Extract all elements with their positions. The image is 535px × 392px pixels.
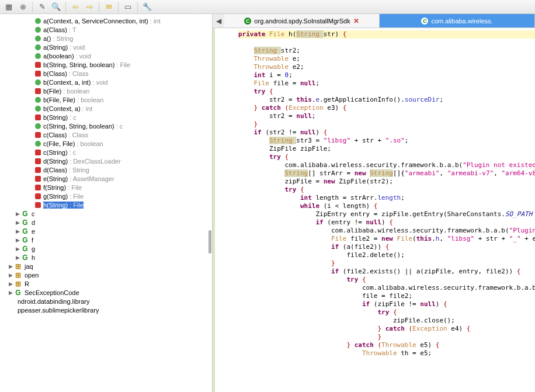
tab-soinstallmgrsdk[interactable]: C org.android.spdy.SoInstallMgrSdk ✕ <box>224 14 380 27</box>
return-type: : void <box>74 53 91 60</box>
item-label: jaq <box>25 263 33 270</box>
tree-item[interactable]: ▶b(String) : c <box>0 113 212 122</box>
tree-item[interactable]: ▶g(String) : File <box>0 192 212 200</box>
expand-icon[interactable]: ▶ <box>14 246 21 252</box>
item-label: b(Context, a, int) <box>43 79 91 86</box>
item-label: g(String) <box>43 193 68 200</box>
item-label: d(String) <box>43 158 68 165</box>
expand-icon[interactable]: ▶ <box>7 290 14 296</box>
method-priv-icon <box>35 167 41 173</box>
method-pub-icon <box>35 18 41 24</box>
item-label: c(String) <box>43 149 68 156</box>
tree-item[interactable]: ▶d(String) : DexClassLoader <box>0 157 212 165</box>
tree-item[interactable]: ▶⊞jaq <box>0 262 212 270</box>
tree-item[interactable]: ▶Gd <box>0 218 212 227</box>
return-type: : AssetManager <box>68 175 114 182</box>
return-type: : void <box>91 79 107 86</box>
return-type: : c <box>68 114 77 121</box>
tree-item[interactable]: ▶b(String, String, boolean) : File <box>0 60 212 69</box>
tree-item[interactable]: ▶a(Class) : T <box>0 25 212 34</box>
close-icon[interactable]: ✕ <box>353 17 359 25</box>
tree-item[interactable]: ▶c(Class) : Class <box>0 130 212 139</box>
tree-item[interactable]: ▶f(String) : File <box>0 183 212 192</box>
toolbar-btn-search[interactable]: 🔍 <box>50 1 62 13</box>
tree-item[interactable]: ▶e(String) : AssetManager <box>0 174 212 183</box>
item-label: b(File, File) <box>43 96 75 103</box>
method-priv-icon <box>35 132 41 138</box>
tree-item[interactable]: ▶c(File, File) : boolean <box>0 139 212 148</box>
class-g-icon: G <box>21 254 29 262</box>
tree-item[interactable]: ▶ppeaser.sublimepickerlibrary <box>0 306 212 314</box>
tree-item[interactable]: ▶b(Class) : Class <box>0 69 212 78</box>
toolbar-btn-window[interactable]: ▭ <box>121 1 134 13</box>
toolbar-btn-mail[interactable]: ✉ <box>102 1 115 13</box>
tree-item[interactable]: ▶a(String) : void <box>0 43 212 51</box>
expand-icon[interactable]: ▶ <box>7 263 14 269</box>
expand-icon[interactable]: ▶ <box>14 255 21 261</box>
item-label: a(Class) <box>43 26 67 33</box>
expand-icon[interactable]: ▶ <box>14 237 21 243</box>
tree-item[interactable]: ▶⊞R <box>0 279 212 288</box>
tree-item[interactable]: ▶c(String) : c <box>0 148 212 157</box>
toolbar-btn-highlight[interactable]: ✎ <box>36 1 48 13</box>
method-pub-icon <box>35 106 41 112</box>
tab-nav-back[interactable]: ◀ <box>213 14 224 27</box>
tree-item[interactable]: ▶h(String) : File <box>0 200 212 209</box>
tab-label: org.android.spdy.SoInstallMgrSdk <box>254 18 350 25</box>
tree-item[interactable]: ▶c(String, String, boolean) : c <box>0 122 212 130</box>
item-label: e(String) <box>43 175 68 182</box>
method-priv-icon <box>35 115 41 120</box>
toolbar-btn-2[interactable]: ⊕ <box>16 1 29 13</box>
expand-icon[interactable]: ▶ <box>7 272 14 278</box>
method-pub-icon <box>35 79 41 85</box>
tree-item[interactable]: ▶a(boolean) : void <box>0 51 212 60</box>
package-icon: ⊞ <box>14 280 22 288</box>
return-type: : boolean <box>61 88 89 95</box>
expand-icon[interactable]: ▶ <box>7 281 14 287</box>
toolbar-btn-back[interactable]: ⇦ <box>69 1 82 13</box>
tree-item[interactable]: ▶b(Context, a, int) : void <box>0 78 212 86</box>
item-label: b(File) <box>43 88 61 95</box>
item-label: d <box>32 219 35 226</box>
method-priv-icon <box>35 62 41 68</box>
tree-item[interactable]: ▶GSecExceptionCode <box>0 288 212 297</box>
tab-alibaba-wireless[interactable]: C com.alibaba.wireless. <box>380 14 535 27</box>
item-label: c(String, String, boolean) <box>43 123 114 130</box>
return-type: : File <box>66 184 82 191</box>
none-icon <box>7 297 15 306</box>
tree-item[interactable]: ▶Gf <box>0 235 212 244</box>
code-editor[interactable]: private File h(String str) { String str2… <box>213 28 535 392</box>
return-type: : boolean <box>75 96 103 103</box>
method-priv-icon <box>35 185 41 190</box>
item-label: R <box>25 280 29 287</box>
expand-icon[interactable]: ▶ <box>14 220 21 226</box>
expand-icon[interactable]: ▶ <box>14 228 21 234</box>
item-label: a(String) <box>43 44 68 51</box>
tree-item[interactable]: ▶Gc <box>0 209 212 218</box>
return-type: : File <box>68 202 84 209</box>
method-pub-icon <box>35 53 41 59</box>
method-priv-icon <box>35 88 41 94</box>
tree-item[interactable]: ▶b(File) : boolean <box>0 86 212 95</box>
return-type: : String <box>51 35 73 42</box>
toolbar-btn-wrench[interactable]: 🔧 <box>141 1 154 13</box>
tree-item[interactable]: ▶d(Class) : String <box>0 165 212 174</box>
tree-item[interactable]: ▶b(File, File) : boolean <box>0 95 212 104</box>
outline-tree[interactable]: ▶a(Context, a, ServiceConnection, int) :… <box>0 14 213 392</box>
class-icon: C <box>244 18 251 25</box>
tree-item[interactable]: ▶Ge <box>0 227 212 235</box>
toolbar-btn-1[interactable]: ▦ <box>2 1 15 13</box>
tree-item[interactable]: ▶Gg <box>0 244 212 253</box>
scrollbar-thumb[interactable] <box>209 230 211 254</box>
tree-item[interactable]: ▶b(Context, a) : int <box>0 104 212 113</box>
tree-item[interactable]: ▶⊞open <box>0 270 212 279</box>
tree-item[interactable]: ▶ndroid.databinding.library <box>0 297 212 306</box>
tree-item[interactable]: ▶a(Context, a, ServiceConnection, int) :… <box>0 16 212 25</box>
item-label: ppeaser.sublimepickerlibrary <box>18 307 99 314</box>
expand-icon[interactable]: ▶ <box>14 211 21 217</box>
tree-item[interactable]: ▶Gh <box>0 253 212 262</box>
method-priv-icon <box>35 202 41 208</box>
tree-item[interactable]: ▶a() : String <box>0 34 212 43</box>
item-label: open <box>25 272 39 279</box>
toolbar-btn-forward[interactable]: ⇨ <box>83 1 96 13</box>
